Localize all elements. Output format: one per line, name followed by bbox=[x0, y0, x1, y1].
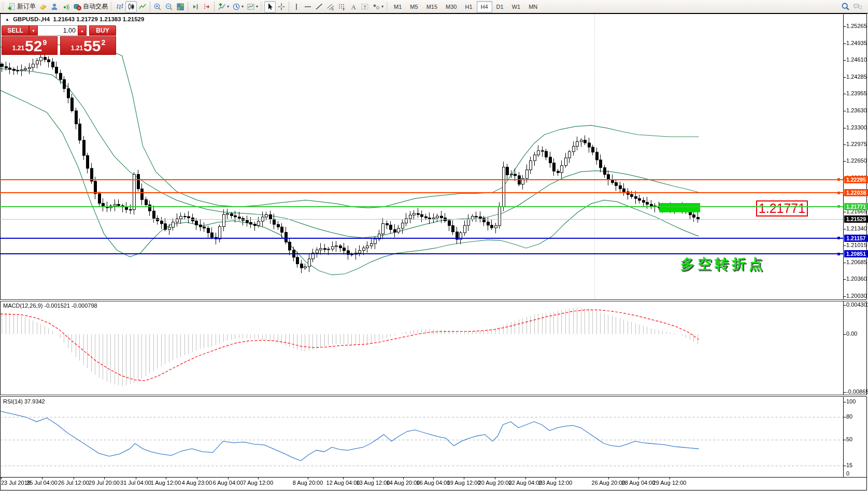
time-axis-label: 22 Aug 04:00 bbox=[509, 480, 543, 486]
rsi-tick-label: 80 bbox=[846, 413, 852, 420]
time-axis-label: 8 Aug 20:00 bbox=[293, 480, 323, 486]
price-tick-label: 1.25265 bbox=[846, 23, 867, 29]
price-tick-label: 1.20685 bbox=[846, 259, 867, 265]
buy-button[interactable]: BUY bbox=[89, 25, 116, 36]
buy-price-button[interactable]: 1.21 55 2 bbox=[60, 36, 116, 55]
pane-divider[interactable] bbox=[0, 395, 867, 397]
rsi-value: 37.9342 bbox=[24, 398, 45, 405]
line-anchor-marker bbox=[837, 253, 840, 255]
sell-price-sup: 9 bbox=[42, 38, 47, 47]
chart-symbol-period: GBPUSD-,H4 bbox=[13, 16, 50, 22]
time-axis-label: 14 Aug 20:00 bbox=[387, 480, 420, 486]
volume-down-button[interactable]: ▼ bbox=[29, 25, 38, 36]
line-anchor-marker bbox=[837, 205, 840, 208]
rsi-label: RSI(14) 37.9342 bbox=[3, 398, 45, 405]
horizontal-line-object[interactable] bbox=[0, 179, 843, 180]
time-axis-label: 20 Aug 20:00 bbox=[478, 480, 512, 486]
sell-price-small: 1.21 bbox=[12, 45, 24, 52]
ohlc-low: 1.21383 bbox=[99, 16, 121, 22]
price-level-tag: 1.21157 bbox=[844, 235, 868, 242]
chart-canvas[interactable] bbox=[0, 0, 868, 491]
sell-button[interactable]: SELL bbox=[2, 25, 29, 36]
horizontal-line-object[interactable] bbox=[0, 238, 843, 239]
price-annotation-box[interactable]: 1.21771 bbox=[756, 200, 808, 216]
time-axis-label: 26 Aug 20:00 bbox=[592, 480, 625, 486]
macd-tick-label: -0.008651 bbox=[846, 388, 868, 395]
price-tick-label: 1.23300 bbox=[846, 124, 867, 131]
rsi-tick-label: 0 bbox=[846, 470, 849, 476]
buy-price-sup: 2 bbox=[101, 38, 105, 47]
time-axis-label: 26 Jul 12:00 bbox=[58, 480, 89, 486]
time-axis-label: 31 Jul 04:00 bbox=[120, 480, 151, 486]
price-level-tag: 1.20851 bbox=[844, 250, 868, 257]
ohlc-open: 1.21643 bbox=[53, 16, 75, 22]
line-anchor-marker bbox=[837, 178, 840, 181]
time-axis-label: 29 Aug 12:00 bbox=[653, 480, 687, 486]
volume-up-button[interactable]: ▲ bbox=[78, 25, 87, 36]
rsi-tick-label: 15 bbox=[846, 462, 852, 468]
horizontal-line-object[interactable] bbox=[0, 192, 843, 193]
price-tick-label: 1.24935 bbox=[846, 40, 867, 46]
time-axis-label: 29 Jul 20:00 bbox=[89, 480, 120, 486]
volume-input[interactable] bbox=[38, 25, 78, 36]
rsi-tick-label: 100 bbox=[846, 398, 856, 405]
time-axis-label: 7 Aug 12:00 bbox=[243, 480, 274, 486]
rsi-tick-label: 50 bbox=[846, 436, 852, 442]
price-tick-label: 1.20360 bbox=[846, 276, 867, 282]
macd-label: MACD(12,26,9) -0.001521 -0.000798 bbox=[3, 302, 97, 309]
time-axis-label: 28 Aug 04:00 bbox=[622, 480, 656, 486]
macd-tick-label: 0.004301 bbox=[846, 301, 868, 308]
time-axis-label: 16 Aug 04:00 bbox=[417, 480, 450, 486]
current-price-line bbox=[0, 219, 843, 220]
buy-price-small: 1.21 bbox=[71, 45, 83, 52]
current-price-tag: 1.21529 bbox=[844, 215, 868, 223]
collapse-arrow-icon: ▲ bbox=[5, 17, 9, 22]
price-tick-label: 1.24285 bbox=[846, 74, 867, 80]
line-anchor-marker bbox=[837, 192, 840, 194]
sell-price-button[interactable]: 1.21 52 9 bbox=[2, 36, 58, 55]
macd-signal-value: -0.000798 bbox=[72, 302, 97, 309]
price-level-tag: 1.22038 bbox=[844, 189, 868, 196]
pane-divider[interactable] bbox=[0, 299, 867, 301]
price-tick-label: 1.23955 bbox=[846, 90, 867, 96]
time-axis-label: 23 Aug 12:00 bbox=[539, 480, 573, 486]
highlight-rectangle[interactable] bbox=[659, 203, 700, 212]
time-axis-label: 1 Aug 12:00 bbox=[151, 480, 181, 486]
price-tick-label: 1.21340 bbox=[846, 225, 867, 232]
ohlc-high: 1.21729 bbox=[76, 16, 98, 22]
price-tick-label: 1.23630 bbox=[846, 107, 867, 113]
price-level-tag: 1.22295 bbox=[844, 176, 868, 183]
horizontal-line-object[interactable] bbox=[0, 206, 843, 207]
price-tick-label: 1.20030 bbox=[846, 293, 867, 299]
price-tick-label: 1.22650 bbox=[846, 157, 867, 164]
time-axis-label: 4 Aug 23:00 bbox=[182, 480, 212, 486]
macd-main-value: -0.001521 bbox=[44, 302, 70, 309]
line-anchor-marker bbox=[837, 237, 840, 239]
price-tick-label: 1.22975 bbox=[846, 141, 867, 147]
macd-tick-label: 0.00 bbox=[846, 330, 857, 337]
horizontal-line-object[interactable] bbox=[0, 253, 843, 254]
sell-price-big: 52 bbox=[25, 38, 42, 54]
price-tick-label: 1.24610 bbox=[846, 56, 867, 63]
ohlc-close: 1.21529 bbox=[123, 16, 145, 22]
time-axis-label: 13 Aug 12:00 bbox=[357, 480, 390, 486]
time-axis-label: 12 Aug 04:00 bbox=[326, 480, 360, 486]
price-tick-label: 1.21015 bbox=[846, 242, 867, 248]
time-axis-label: 6 Aug 04:00 bbox=[213, 480, 244, 486]
chart-title: ▲ GBPUSD-,H4 1.21643 1.21729 1.21383 1.2… bbox=[5, 16, 144, 22]
one-click-trading-panel: SELL ▼ ▲ BUY 1.21 52 9 1.21 55 2 bbox=[2, 25, 116, 55]
price-level-tag: 1.21771 bbox=[844, 203, 868, 210]
buy-price-big: 55 bbox=[83, 38, 101, 54]
time-axis-label: 25 Jul 04:00 bbox=[26, 480, 58, 486]
time-axis-label: 19 Aug 12:00 bbox=[447, 480, 481, 486]
turning-point-annotation[interactable]: 多空转折点 bbox=[680, 255, 766, 273]
